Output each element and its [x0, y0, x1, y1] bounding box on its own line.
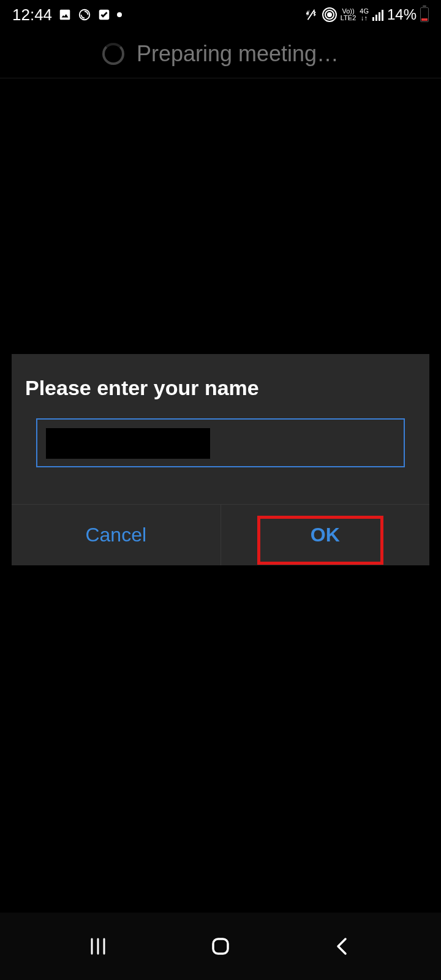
dialog-title: Please enter your name [12, 354, 429, 418]
name-input[interactable] [36, 418, 405, 467]
svg-rect-10 [213, 939, 228, 954]
clock: 12:44 [12, 6, 52, 24]
battery-icon [420, 7, 429, 22]
sync-icon [78, 8, 91, 21]
dialog-input-wrap [12, 418, 429, 504]
checkbox-icon [97, 8, 111, 21]
back-button[interactable] [325, 928, 361, 965]
loading-header: Preparing meeting… [0, 29, 441, 78]
battery-percent: 14% [387, 6, 417, 23]
dot-icon [117, 12, 122, 17]
status-bar: 12:44 Vo)) LTE2 4G ↓↑ 14% [0, 0, 441, 29]
spinner-icon [102, 43, 124, 65]
gallery-icon [58, 8, 72, 21]
name-entry-dialog: Please enter your name Cancel OK [12, 354, 429, 565]
recents-button[interactable] [80, 928, 116, 965]
signal-icon [372, 9, 383, 21]
volte-label: Vo)) LTE2 [341, 8, 356, 21]
vibrate-icon [304, 8, 318, 21]
navigation-bar [0, 913, 441, 980]
home-button[interactable] [202, 928, 239, 965]
status-left: 12:44 [12, 6, 122, 24]
svg-point-4 [328, 13, 331, 17]
data-label: 4G ↓↑ [360, 8, 369, 21]
svg-rect-0 [60, 10, 70, 20]
ok-button[interactable]: OK [221, 505, 430, 565]
dialog-buttons: Cancel OK [12, 504, 429, 565]
redacted-name [46, 428, 210, 459]
loading-text: Preparing meeting… [137, 41, 339, 67]
hotspot-icon [322, 7, 337, 22]
status-right: Vo)) LTE2 4G ↓↑ 14% [304, 6, 429, 23]
cancel-button[interactable]: Cancel [12, 505, 221, 565]
